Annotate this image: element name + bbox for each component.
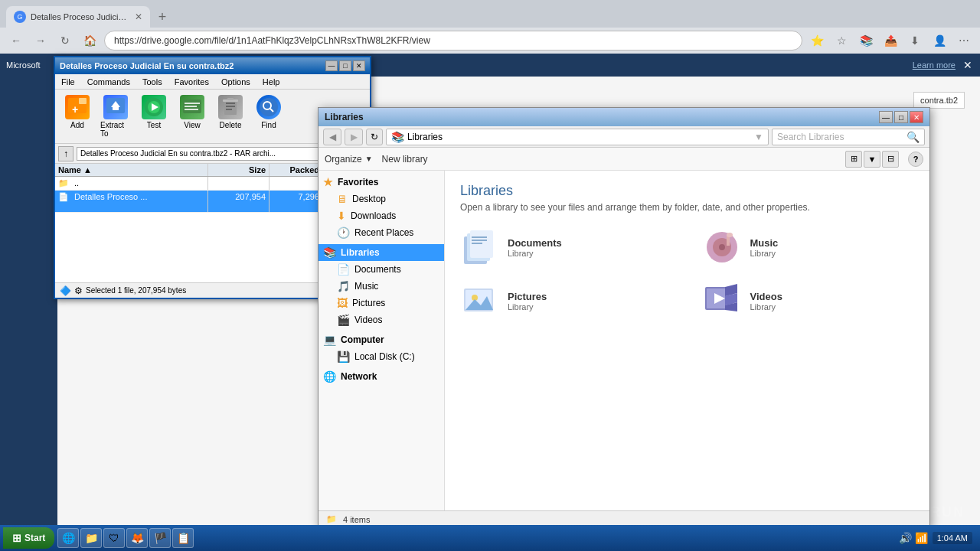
learn-more-link[interactable]: Learn more [913,60,956,70]
lib-sidebar: ★ Favorites 🖥 Desktop ⬇ Downloads 🕐 Rece… [318,171,445,510]
toolbar-view-button[interactable]: View [175,93,210,140]
file-name-cell: 📄 Detalles Proceso ... [55,191,208,212]
sidebar-item-videos[interactable]: 🎬 Videos [318,311,444,328]
back-button[interactable]: ← [6,31,26,51]
svg-rect-27 [472,243,482,244]
library-item-pictures[interactable]: Pictures Library [460,282,672,320]
rar-menubar: File Commands Tools Favorites Options He… [55,74,370,90]
rar-maximize-button[interactable]: □ [339,60,351,71]
url-text: https://drive.google.com/file/d/1n1AatFh… [114,35,430,46]
library-item-videos[interactable]: Videos Library [703,282,915,320]
volume-icon[interactable]: 🔊 [899,532,912,544]
sidebar-item-recent-places[interactable]: 🕐 Recent Places [318,224,444,241]
taskbar-app-shield[interactable]: 🛡 [103,528,125,548]
favorites-header[interactable]: ★ Favorites [318,174,444,191]
sidebar-item-local-disk[interactable]: 💾 Local Disk (C:) [318,348,444,365]
settings-button[interactable]: ⋯ [954,31,974,51]
view-icon [180,95,204,119]
sidebar-item-pictures[interactable]: 🖼 Pictures [318,295,444,311]
taskbar-app-explorer[interactable]: 📁 [80,528,102,548]
downloads-button[interactable]: ⬇ [905,31,925,51]
menu-help[interactable]: Help [256,74,286,89]
preview-pane-button[interactable]: ⊟ [882,151,899,168]
menu-file[interactable]: File [55,74,81,89]
taskbar-apps: 🌐 📁 🛡 🦊 🏴 📋 [57,528,194,548]
library-item-music[interactable]: Music Library [703,228,915,266]
taskbar-app-firefox[interactable]: 🦊 [126,528,148,548]
address-bar[interactable]: https://drive.google.com/file/d/1n1AatFh… [104,31,802,51]
favorites-button[interactable]: ☆ [831,31,851,51]
lib-searchbar[interactable]: Search Libraries 🔍 [772,129,925,145]
library-item-documents[interactable]: Documents Library [460,228,672,266]
svg-rect-14 [226,103,235,104]
lib-close-button[interactable]: ✕ [910,111,923,123]
start-button[interactable]: ⊞ Start [3,527,54,549]
home-button[interactable]: 🏠 [80,31,100,51]
forward-button[interactable]: → [31,31,51,51]
refresh-button[interactable]: ↻ [55,31,75,51]
col-name[interactable]: Name ▲ [55,164,208,176]
videos-library-icon [703,282,741,320]
lib-maximize-button[interactable]: □ [894,111,908,123]
downloads-label: Downloads [351,210,396,221]
flag-taskbar-icon: 🏴 [154,532,167,544]
menu-commands[interactable]: Commands [81,74,136,89]
rar-titlebar-buttons: — □ ✕ [325,60,365,71]
lib-refresh-button[interactable]: ↻ [366,129,383,145]
svg-rect-16 [226,109,232,110]
collections-button[interactable]: 📚 [856,31,876,51]
toolbar-add-button[interactable]: + Add [60,93,95,140]
view-arrow-button[interactable]: ▼ [864,151,880,168]
close-bar-button[interactable]: ✕ [963,59,972,71]
file-packed-cell [270,177,323,190]
downloads-icon: ⬇ [337,210,346,222]
svg-rect-15 [226,106,235,107]
taskbar-right: 🔊 📶 1:04 AM [899,532,977,544]
add-icon: + [65,95,90,119]
videos-library-text: Videos Library [750,291,782,311]
browser-tab[interactable]: G Detalles Proceso Judicial En su c... ✕ [6,6,150,28]
new-tab-button[interactable]: + [153,8,172,26]
computer-header[interactable]: 💻 Computer [318,331,444,348]
tab-close-btn[interactable]: ✕ [135,11,142,22]
toolbar-extract-button[interactable]: Extract To [98,93,133,140]
share-button[interactable]: 📤 [880,31,900,51]
col-size[interactable]: Size [208,164,270,176]
sidebar-item-documents[interactable]: 📄 Documents [318,261,444,278]
lib-addressbar[interactable]: 📚 Libraries ▼ [386,129,769,145]
menu-favorites[interactable]: Favorites [168,74,215,89]
network-systray-icon[interactable]: 📶 [915,532,928,544]
taskbar-app-flag[interactable]: 🏴 [149,528,171,548]
ms-text: Microsoft [6,60,41,70]
sidebar-item-downloads[interactable]: ⬇ Downloads [318,207,444,224]
profile-button[interactable]: 👤 [929,31,949,51]
lib-forward-button[interactable]: ▶ [345,129,363,145]
tab-favicon: G [14,11,26,23]
sidebar-item-music[interactable]: 🎵 Music [318,278,444,295]
col-packed[interactable]: Packed [270,164,323,176]
lib-minimize-button[interactable]: — [879,111,893,123]
documents-library-sub: Library [508,249,562,258]
sidebar-item-desktop[interactable]: 🖥 Desktop [318,191,444,207]
menu-tools[interactable]: Tools [136,74,168,89]
help-button[interactable]: ? [908,152,923,167]
extensions-button[interactable]: ⭐ [807,31,827,51]
menu-options[interactable]: Options [215,74,256,89]
svg-rect-25 [472,236,487,238]
toolbar-find-button[interactable]: Find [251,93,286,140]
rar-minimize-button[interactable]: — [325,60,338,71]
taskbar-app-browser[interactable]: 🌐 [57,528,79,548]
network-header[interactable]: 🌐 Network [318,368,444,385]
organize-button[interactable]: Organize ▼ [325,154,373,165]
view-mode-button[interactable]: ⊞ [845,151,862,168]
new-library-button[interactable]: New library [382,154,428,165]
svg-point-32 [727,233,733,237]
rar-back-btn[interactable]: ↑ [58,146,74,161]
rar-close-button[interactable]: ✕ [353,60,365,71]
lib-back-button[interactable]: ◀ [323,129,341,145]
systray-icons: 🔊 📶 [899,532,928,544]
libraries-header[interactable]: 📚 Libraries [318,244,444,261]
toolbar-test-button[interactable]: Test [136,93,172,140]
toolbar-delete-button[interactable]: Delete [213,93,248,140]
taskbar-app-clipboard[interactable]: 📋 [172,528,194,548]
